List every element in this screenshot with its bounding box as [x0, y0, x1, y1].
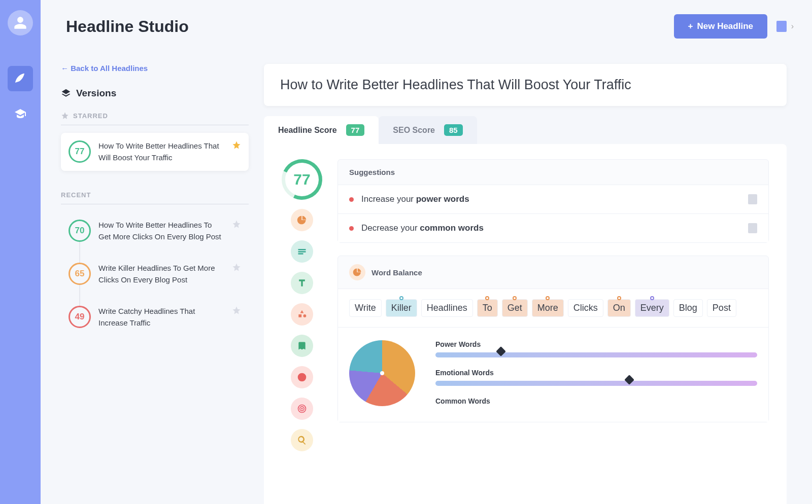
alert-dot-icon	[349, 226, 354, 231]
user-icon	[13, 16, 27, 30]
content-panel: How to Write Better Headlines That Will …	[264, 64, 787, 504]
smile-icon	[297, 372, 307, 382]
seo-score-badge: 85	[444, 124, 463, 136]
back-to-headlines-link[interactable]: ← Back to All Headlines	[61, 64, 148, 73]
graduation-cap-icon	[14, 108, 26, 120]
svg-point-0	[298, 373, 307, 382]
word-tag: More	[532, 299, 564, 317]
word-marker-icon	[485, 296, 489, 300]
word-count-nav-icon[interactable]	[291, 240, 313, 263]
headline-input-box[interactable]: How to Write Better Headlines That Will …	[264, 64, 787, 106]
layers-icon	[61, 88, 71, 98]
slider-track[interactable]	[435, 352, 757, 357]
type-nav-icon[interactable]	[291, 272, 313, 294]
word-tag: Headlines	[421, 299, 473, 317]
svg-point-3	[301, 408, 302, 409]
shapes-nav-icon[interactable]	[291, 303, 313, 326]
clarity-nav-icon[interactable]	[291, 398, 313, 420]
avatar[interactable]	[8, 10, 33, 35]
slider-label: Power Words	[435, 340, 757, 348]
new-headline-button[interactable]: + New Headline	[674, 14, 767, 39]
word-marker-icon	[399, 296, 403, 300]
word-tag: To	[477, 299, 498, 317]
version-card[interactable]: 65 Write Killer Headlines To Get More Cl…	[61, 255, 249, 293]
word-balance-header: Word Balance	[338, 256, 768, 289]
word-tag: Blog	[673, 299, 703, 317]
suggestion-item[interactable]: Decrease your common words	[338, 213, 768, 242]
slider-track[interactable]	[435, 381, 757, 386]
headline-text: How to Write Better Headlines That Will …	[280, 77, 770, 93]
score-tabs: Headline Score 77 SEO Score 85	[264, 116, 787, 144]
plus-icon: +	[688, 21, 693, 31]
help-book-icon[interactable]	[776, 21, 787, 32]
nav-learn[interactable]	[8, 101, 33, 127]
versions-sidebar: ← Back to All Headlines Versions STARRED…	[61, 64, 249, 504]
feather-icon	[14, 73, 26, 85]
search-icon	[297, 435, 307, 445]
versions-heading: Versions	[61, 88, 249, 99]
alert-dot-icon	[349, 197, 354, 202]
star-toggle[interactable]	[232, 220, 241, 229]
word-balance-pie-chart	[349, 340, 415, 406]
version-title: How To Write Better Headlines That Will …	[98, 140, 224, 163]
word-tag: On	[607, 299, 631, 317]
skim-nav-icon[interactable]	[291, 429, 313, 451]
word-balance-box: Word Balance WriteKillerHeadlinesToGetMo…	[337, 256, 769, 422]
version-score: 65	[69, 263, 91, 285]
tab-headline-score[interactable]: Headline Score 77	[264, 116, 379, 144]
version-card[interactable]: 77 How To Write Better Headlines That Wi…	[61, 133, 249, 171]
suggestion-item[interactable]: Increase your power words	[338, 185, 768, 213]
word-marker-icon	[513, 296, 517, 300]
tab-seo-score[interactable]: SEO Score 85	[379, 116, 477, 144]
target-icon	[297, 404, 307, 414]
reading-nav-icon[interactable]	[291, 335, 313, 357]
sentiment-nav-icon[interactable]	[291, 366, 313, 388]
word-marker-icon	[650, 296, 654, 300]
nav-write[interactable]	[8, 66, 33, 91]
headline-score-badge: 77	[346, 124, 365, 136]
slider-label: Common Words	[435, 397, 757, 405]
new-headline-label: New Headline	[697, 21, 753, 31]
version-title: Write Catchy Headlines That Increase Tra…	[98, 306, 224, 329]
word-marker-icon	[546, 296, 550, 300]
star-icon	[61, 112, 69, 120]
suggestions-header: Suggestions	[338, 160, 768, 185]
version-score: 77	[69, 140, 91, 163]
slider-row: Power Words	[435, 340, 757, 357]
app-title: Headline Studio	[66, 17, 189, 36]
star-toggle[interactable]	[232, 306, 241, 315]
starred-section-label: STARRED	[61, 112, 249, 125]
slider-row: Emotional Words	[435, 369, 757, 386]
word-balance-nav-icon[interactable]	[291, 209, 313, 231]
word-tag: Every	[635, 299, 669, 317]
lines-icon	[297, 246, 307, 257]
shapes-icon	[297, 309, 307, 319]
pie-chart-icon	[349, 264, 365, 280]
slider-label: Emotional Words	[435, 369, 757, 377]
word-balance-sliders: Power WordsEmotional WordsCommon Words	[435, 340, 757, 409]
version-title: How To Write Better Headlines To Get Mor…	[98, 220, 224, 242]
doc-icon[interactable]	[748, 223, 757, 233]
big-score-ring: 77	[282, 159, 322, 200]
versions-label: Versions	[76, 88, 116, 99]
type-icon	[297, 278, 307, 288]
recent-section-label: RECENT	[61, 191, 249, 204]
header: Headline Studio + New Headline	[41, 0, 812, 49]
version-title: Write Killer Headlines To Get More Click…	[98, 263, 224, 285]
left-rail	[0, 0, 41, 504]
doc-icon[interactable]	[748, 194, 757, 204]
star-toggle[interactable]	[232, 140, 241, 150]
word-tag: Clicks	[568, 299, 603, 317]
slider-row: Common Words	[435, 397, 757, 409]
word-tag: Get	[502, 299, 528, 317]
suggestions-box: Suggestions Increase your power words De…	[337, 159, 769, 243]
analysis-icon-rail: 77	[282, 159, 322, 489]
version-card[interactable]: 49 Write Catchy Headlines That Increase …	[61, 298, 249, 336]
pie-chart-icon	[297, 215, 307, 225]
word-marker-icon	[617, 296, 621, 300]
book-icon	[297, 341, 307, 351]
version-score: 70	[69, 220, 91, 242]
version-card[interactable]: 70 How To Write Better Headlines To Get …	[61, 212, 249, 250]
version-score: 49	[69, 306, 91, 328]
star-toggle[interactable]	[232, 263, 241, 272]
